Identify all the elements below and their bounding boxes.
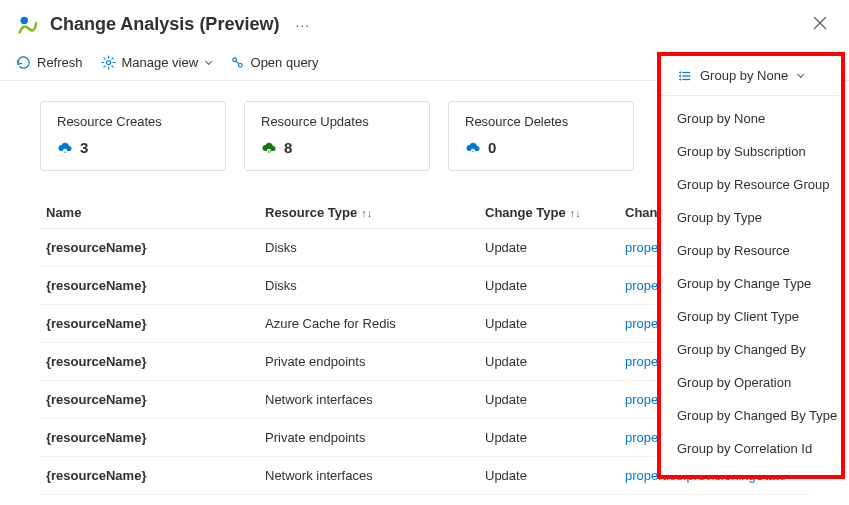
chevron-down-icon [797, 71, 805, 79]
card-title: Resource Updates [261, 114, 413, 129]
summary-card[interactable]: Resource Creates+3 [40, 101, 226, 171]
card-title: Resource Deletes [465, 114, 617, 129]
group-by-label: Group by None [700, 68, 788, 83]
refresh-icon [16, 55, 31, 70]
dropdown-item[interactable]: Group by Change Type [661, 267, 841, 300]
card-value: +3 [57, 139, 209, 156]
svg-point-0 [21, 16, 28, 23]
chevron-down-icon [205, 58, 213, 66]
more-menu-icon[interactable]: ··· [295, 17, 310, 33]
open-query-label: Open query [251, 55, 319, 70]
col-header-type[interactable]: Resource Type↑↓ [265, 205, 485, 220]
svg-point-17 [679, 75, 680, 76]
svg-text:−: − [472, 149, 474, 153]
card-title: Resource Creates [57, 114, 209, 129]
cell-type: Azure Cache for Redis [265, 316, 485, 331]
cell-name: {resourceName} [40, 278, 265, 293]
cell-name: {resourceName} [40, 468, 265, 483]
card-count: 0 [488, 139, 496, 156]
card-value: ⟳8 [261, 139, 413, 156]
summary-card[interactable]: Resource Updates⟳8 [244, 101, 430, 171]
cell-type: Network interfaces [265, 392, 485, 407]
cell-type: Private endpoints [265, 430, 485, 445]
header-bar: Change Analysis (Preview) ··· [0, 0, 849, 51]
summary-card[interactable]: Resource Deletes−0 [448, 101, 634, 171]
query-icon [230, 55, 245, 70]
dropdown-item[interactable]: Group by Subscription [661, 135, 841, 168]
refresh-button[interactable]: Refresh [16, 55, 83, 70]
dropdown-item[interactable]: Group by Operation [661, 366, 841, 399]
col-change-label: Change Type [485, 205, 566, 220]
dropdown-item[interactable]: Group by Resource [661, 234, 841, 267]
cell-change: Update [485, 392, 625, 407]
col-header-change[interactable]: Change Type↑↓ [485, 205, 625, 220]
svg-point-18 [679, 78, 680, 79]
dropdown-item[interactable]: Group by Resource Group [661, 168, 841, 201]
manage-view-label: Manage view [122, 55, 199, 70]
dropdown-item[interactable]: Group by Client Type [661, 300, 841, 333]
dropdown-item[interactable]: Group by None [661, 102, 841, 135]
svg-point-16 [679, 71, 680, 72]
gear-icon [101, 55, 116, 70]
cell-name: {resourceName} [40, 392, 265, 407]
svg-point-5 [238, 63, 242, 67]
cell-type: Disks [265, 240, 485, 255]
cell-change: Update [485, 240, 625, 255]
divider [661, 95, 841, 96]
dropdown-item[interactable]: Group by Correlation Id [661, 432, 841, 465]
cell-type: Private endpoints [265, 354, 485, 369]
dropdown-item[interactable]: Group by Changed By [661, 333, 841, 366]
svg-text:+: + [64, 149, 66, 153]
close-button[interactable] [807, 10, 833, 39]
sort-icon: ↑↓ [570, 207, 581, 219]
cloud-icon: − [465, 140, 481, 156]
change-analysis-icon [16, 14, 38, 36]
dropdown-item[interactable]: Group by Changed By Type [661, 399, 841, 432]
cell-change: Update [485, 354, 625, 369]
card-count: 3 [80, 139, 88, 156]
cloud-icon: ⟳ [261, 140, 277, 156]
cell-type: Disks [265, 278, 485, 293]
card-value: −0 [465, 139, 617, 156]
svg-point-3 [106, 60, 110, 64]
cell-name: {resourceName} [40, 354, 265, 369]
col-header-name[interactable]: Name [40, 205, 265, 220]
svg-point-4 [232, 58, 236, 62]
refresh-label: Refresh [37, 55, 83, 70]
cell-name: {resourceName} [40, 316, 265, 331]
cell-change: Update [485, 278, 625, 293]
open-query-button[interactable]: Open query [230, 55, 319, 70]
cell-name: {resourceName} [40, 240, 265, 255]
page-title: Change Analysis (Preview) [50, 14, 279, 35]
dropdown-item[interactable]: Group by Type [661, 201, 841, 234]
cell-change: Update [485, 316, 625, 331]
col-type-label: Resource Type [265, 205, 357, 220]
group-by-dropdown: Group by None Group by NoneGroup by Subs… [657, 52, 845, 479]
cell-change: Update [485, 430, 625, 445]
manage-view-button[interactable]: Manage view [101, 55, 212, 70]
cell-type: Network interfaces [265, 468, 485, 483]
svg-line-6 [236, 61, 239, 64]
cloud-icon: + [57, 140, 73, 156]
list-icon [677, 68, 692, 83]
cell-change: Update [485, 468, 625, 483]
cell-name: {resourceName} [40, 430, 265, 445]
sort-icon: ↑↓ [361, 207, 372, 219]
group-by-button[interactable]: Group by None [661, 60, 841, 91]
card-count: 8 [284, 139, 292, 156]
